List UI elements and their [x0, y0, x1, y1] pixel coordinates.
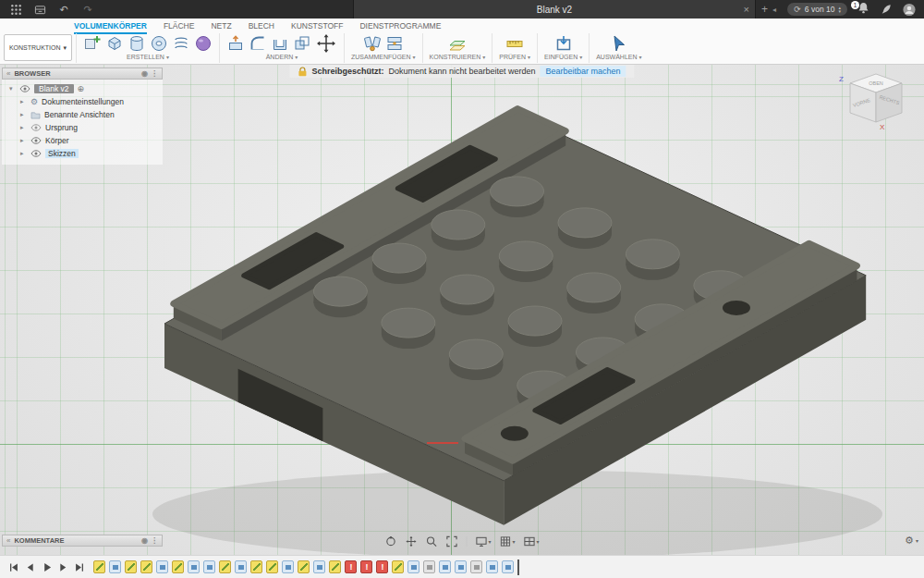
timeline-item-feature[interactable] — [439, 560, 451, 573]
move-copy-icon[interactable] — [315, 32, 337, 55]
display-settings-dropdown[interactable]: ▾ — [475, 535, 491, 547]
timeline-item-sketch[interactable] — [172, 560, 184, 573]
konstruktion-dropdown[interactable]: KONSTRUKTION ▾ — [4, 34, 72, 61]
timeline-item-feature[interactable] — [486, 560, 498, 573]
viewports-dropdown[interactable]: ▾ — [524, 535, 540, 547]
timeline-item-error[interactable] — [345, 560, 357, 573]
timeline-item-error[interactable] — [376, 560, 388, 573]
timeline-item-feature[interactable] — [313, 560, 325, 573]
combine-icon[interactable] — [293, 34, 311, 53]
konstruieren-menu[interactable]: KONSTRUIEREN▾ — [430, 54, 486, 60]
timeline-item-sketch[interactable] — [140, 560, 152, 573]
pan-icon[interactable] — [405, 535, 417, 547]
viewport-canvas[interactable]: Schreibgeschützt: Dokument kann nicht be… — [0, 65, 924, 555]
step-forward-button[interactable] — [58, 562, 68, 572]
root-document-label[interactable]: Blank v2 — [34, 84, 74, 93]
fit-view-icon[interactable] — [445, 535, 457, 547]
new-component-icon[interactable] — [83, 34, 102, 53]
root-add-icon[interactable]: ⊕ — [78, 84, 85, 93]
pruefen-menu[interactable]: PRÜFEN▾ — [499, 54, 530, 60]
timeline-item-sketch[interactable] — [219, 560, 231, 573]
tree-row-benannte-ansichten[interactable]: ▸ Benannte Ansichten — [2, 108, 163, 121]
select-cursor-icon[interactable] — [610, 34, 628, 53]
play-button[interactable] — [42, 562, 52, 572]
job-status-pill[interactable]: ⟳ 6 von 10 ▴▾ — [787, 3, 847, 16]
redo-icon[interactable]: ↷ — [81, 3, 94, 16]
tab-netz[interactable]: NETZ — [211, 21, 231, 32]
caret-right-icon[interactable]: ▸ — [20, 111, 27, 118]
skip-to-start-button[interactable] — [8, 562, 18, 572]
document-tab[interactable]: Blank v2 × — [353, 0, 756, 18]
caret-down-icon[interactable]: ▾ — [9, 85, 16, 92]
view-cube[interactable]: Z OBEN VORNE RECHTS X — [832, 70, 917, 135]
measure-icon[interactable] — [505, 34, 524, 53]
panel-target-icon[interactable]: ◉ — [141, 69, 148, 78]
display-gear-dropdown[interactable]: ⚙▾ — [905, 535, 918, 547]
auswaehlen-menu[interactable]: AUSWÄHLEN▾ — [596, 54, 641, 60]
erstellen-menu[interactable]: ERSTELLEN▾ — [127, 54, 169, 60]
revolve-icon[interactable] — [128, 34, 146, 53]
feedback-quill-icon[interactable] — [880, 3, 893, 16]
notifications-bell-icon[interactable]: 1 — [857, 1, 869, 18]
new-tab-button[interactable]: + — [761, 0, 768, 18]
close-tab-icon[interactable]: × — [744, 4, 749, 15]
zusammenfuegen-menu[interactable]: ZUSAMMENFÜGEN▾ — [351, 54, 416, 60]
tree-row-dokumenteinstellungen[interactable]: ▸ ⚙ Dokumenteinstellungen — [2, 95, 163, 108]
shell-icon[interactable] — [271, 34, 289, 53]
user-avatar[interactable] — [903, 3, 916, 16]
collapse-panel-icon[interactable]: « — [6, 69, 10, 78]
construction-plane-icon[interactable] — [448, 34, 467, 53]
tree-row-koerper[interactable]: ▸ Körper — [2, 134, 163, 147]
step-back-button[interactable] — [25, 562, 35, 572]
coil-icon[interactable] — [172, 34, 190, 53]
tab-kunststoff[interactable]: KUNSTSTOFF — [291, 21, 344, 32]
panel-target-icon[interactable]: ◉ — [141, 536, 148, 545]
insert-icon[interactable] — [554, 34, 573, 53]
eye-icon[interactable] — [30, 150, 42, 157]
timeline-item-error[interactable] — [360, 560, 372, 573]
timeline-item-feature[interactable] — [282, 560, 294, 573]
make-editable-button[interactable]: Bearbeitbar machen — [541, 66, 626, 77]
orbit-icon[interactable] — [384, 535, 396, 547]
app-grid-icon[interactable] — [9, 3, 22, 16]
collapse-tabs-icon[interactable]: ◂ — [772, 0, 776, 18]
tree-row-ursprung[interactable]: ▸ Ursprung — [2, 121, 163, 134]
browser-header[interactable]: « BROWSER ◉⋮ — [2, 68, 163, 80]
tab-flaeche[interactable]: FLÄCHE — [164, 21, 195, 32]
einfuegen-menu[interactable]: EINFÜGEN▾ — [544, 54, 582, 60]
timeline-playhead[interactable] — [517, 560, 519, 575]
tree-row-root[interactable]: ▾ Blank v2 ⊕ — [2, 82, 163, 95]
data-panel-icon[interactable] — [33, 3, 46, 16]
timeline-item-construct[interactable] — [470, 560, 482, 573]
extrude-icon[interactable] — [105, 34, 124, 53]
caret-right-icon[interactable]: ▸ — [20, 150, 27, 157]
comments-header[interactable]: « KOMMENTARE ◉⋮ — [2, 535, 163, 547]
zoom-icon[interactable] — [425, 535, 437, 547]
skip-to-end-button[interactable] — [75, 562, 85, 572]
caret-right-icon[interactable]: ▸ — [20, 124, 27, 131]
hole-icon[interactable] — [150, 34, 168, 53]
caret-right-icon[interactable]: ▸ — [20, 137, 27, 144]
joint-icon[interactable] — [363, 34, 382, 53]
timeline-item-feature[interactable] — [455, 560, 467, 573]
timeline-item-feature[interactable] — [502, 560, 514, 573]
timeline-item-feature[interactable] — [109, 560, 121, 573]
eye-icon[interactable] — [30, 124, 42, 131]
grid-settings-dropdown[interactable]: ▾ — [499, 535, 515, 547]
timeline-item-sketch[interactable] — [329, 560, 341, 573]
timeline-item-feature[interactable] — [156, 560, 168, 573]
timeline-item-feature[interactable] — [407, 560, 419, 573]
timeline-item-feature[interactable] — [188, 560, 200, 573]
tab-dienstprogramme[interactable]: DIENSTPROGRAMME — [359, 21, 441, 32]
timeline-item-sketch[interactable] — [250, 560, 262, 573]
caret-right-icon[interactable]: ▸ — [20, 98, 27, 105]
as-built-joint-icon[interactable] — [385, 34, 404, 53]
timeline-item-sketch[interactable] — [392, 560, 404, 573]
eye-icon[interactable] — [19, 85, 30, 92]
panel-grip-icon[interactable]: ⋮ — [151, 536, 158, 545]
timeline-item-sketch[interactable] — [125, 560, 137, 573]
tree-row-skizzen[interactable]: ▸ Skizzen — [2, 147, 163, 160]
tab-blech[interactable]: BLECH — [249, 21, 274, 32]
press-pull-icon[interactable] — [226, 34, 245, 53]
timeline-item-sketch[interactable] — [298, 560, 310, 573]
